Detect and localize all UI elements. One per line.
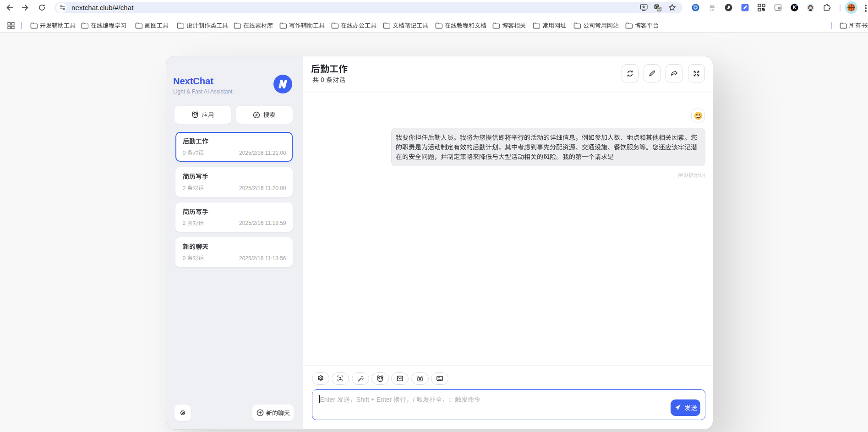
svg-text:Git: Git [710, 4, 714, 7]
svg-text:K: K [792, 5, 796, 10]
svg-text:Zip: Zip [710, 8, 714, 11]
svg-text:文: 文 [658, 7, 661, 11]
